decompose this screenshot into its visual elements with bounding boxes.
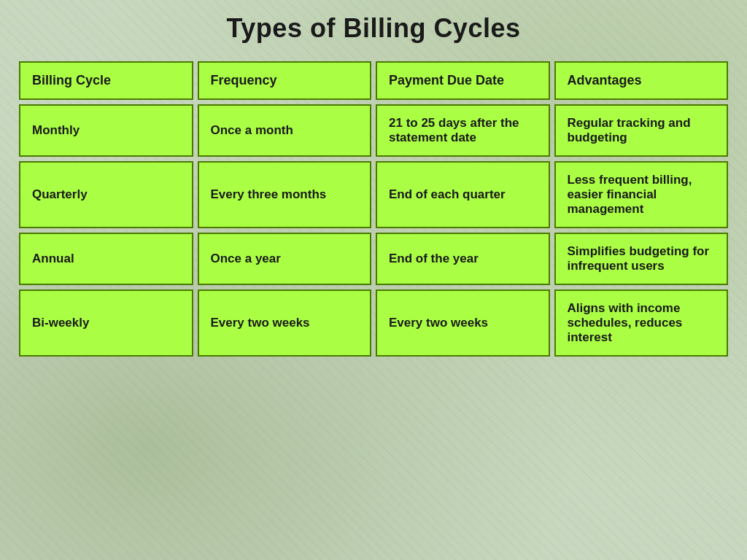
billing-cycles-table: Billing Cycle Frequency Payment Due Date… (15, 57, 732, 361)
table-row: MonthlyOnce a month21 to 25 days after t… (19, 104, 728, 157)
frequency-header: Frequency (198, 61, 372, 100)
quarterly-due: End of each quarter (376, 161, 550, 228)
biweekly-adv: Aligns with income schedules, reduces in… (554, 289, 729, 357)
monthly-due: 21 to 25 days after the statement date (376, 104, 550, 157)
biweekly-cycle: Bi-weekly (19, 289, 193, 357)
payment-due-header: Payment Due Date (376, 61, 550, 100)
monthly-cycle: Monthly (19, 104, 193, 157)
annual-freq: Once a year (198, 233, 372, 285)
monthly-adv: Regular tracking and budgeting (554, 104, 729, 157)
billing-cycle-header: Billing Cycle (19, 61, 193, 100)
quarterly-cycle: Quarterly (19, 161, 193, 228)
quarterly-adv: Less frequent billing, easier financial … (554, 161, 729, 228)
page-title: Types of Billing Cycles (15, 13, 732, 44)
annual-adv: Simplifies budgeting for infrequent user… (554, 233, 729, 285)
table-header-row: Billing Cycle Frequency Payment Due Date… (19, 61, 728, 100)
quarterly-freq: Every three months (198, 161, 372, 228)
table-row: QuarterlyEvery three monthsEnd of each q… (19, 161, 728, 228)
monthly-freq: Once a month (198, 104, 372, 157)
advantages-header: Advantages (554, 61, 729, 100)
annual-due: End of the year (376, 233, 550, 285)
biweekly-freq: Every two weeks (198, 289, 372, 357)
table-row: AnnualOnce a yearEnd of the yearSimplifi… (19, 233, 728, 285)
biweekly-due: Every two weeks (376, 289, 550, 357)
table-row: Bi-weeklyEvery two weeksEvery two weeksA… (19, 289, 728, 357)
annual-cycle: Annual (19, 233, 193, 285)
